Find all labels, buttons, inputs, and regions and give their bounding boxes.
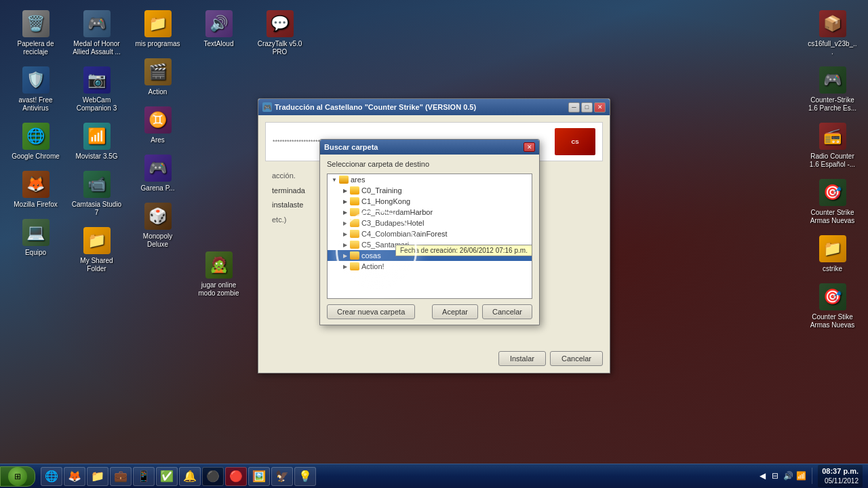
icon-crazytalk[interactable]: 💬 CrazyTalk v5.0 PRO xyxy=(251,7,309,60)
icon-firefox[interactable]: 🦊 Mozilla Firefox xyxy=(7,167,64,212)
textaloud-icon: 🔊 xyxy=(205,10,233,37)
ares-label: ares xyxy=(351,176,365,184)
new-folder-button[interactable]: Crear nueva carpeta xyxy=(327,304,415,319)
cancel-main-button[interactable]: Cancelar xyxy=(550,351,603,366)
icon-papelera[interactable]: 🗑️ Papelera de reciclaje xyxy=(7,7,64,60)
ares-icon: ♊ xyxy=(144,106,172,134)
browse-folder-dialog: Buscar carpeta ✕ Seleccionar carpeta de … xyxy=(319,139,540,325)
taskbar-app5[interactable]: ⚫ xyxy=(202,467,224,486)
cosas-label: cosas xyxy=(361,251,381,260)
close-button[interactable]: ✕ xyxy=(594,102,606,113)
tree-item-c1hongkong[interactable]: ▶ C1_HongKong xyxy=(328,196,532,207)
taskbar-app7[interactable]: 🖼️ xyxy=(248,467,270,486)
taskbar-explorer[interactable]: 📁 xyxy=(87,467,108,486)
tree-item-ares[interactable]: ▼ ares xyxy=(328,174,532,185)
network-icon[interactable]: 📶 xyxy=(795,470,806,481)
cs16parche-icon: 🎮 xyxy=(819,66,846,94)
dialog-instruction: Seleccionar carpeta de destino xyxy=(327,160,532,168)
tree-item-c2rotterdam[interactable]: ▶ C2_RotterdamHarbor xyxy=(328,207,532,218)
garena-icon: 🎮 xyxy=(144,155,172,182)
icon-counterstrikearmas[interactable]: 🎯 Counter Strike Armas Nuevas xyxy=(804,176,861,228)
camtasia-label: Camtasia Studio 7 xyxy=(71,201,122,217)
tree-item-c0training[interactable]: ▶ C0_Training xyxy=(328,185,532,196)
action-folder-icon xyxy=(350,262,359,270)
icon-misprogramas[interactable]: 📁 mis programas xyxy=(129,7,186,52)
icon-action[interactable]: 🎬 Action xyxy=(129,55,186,100)
firefox-label: Mozilla Firefox xyxy=(14,201,57,209)
icon-myshared[interactable]: 📁 My Shared Folder xyxy=(68,224,125,277)
taskbar-app4[interactable]: 🔔 xyxy=(179,467,201,486)
install-button[interactable]: Instalar xyxy=(498,351,546,366)
start-button[interactable]: ⊞ xyxy=(0,466,35,487)
maximize-button[interactable]: □ xyxy=(581,102,593,113)
taskbar-app6[interactable]: 🔴 xyxy=(225,467,247,486)
folder-tree[interactable]: ▼ ares ▶ C0_Training ▶ C1_HongKon xyxy=(327,174,532,299)
cancel-dialog-button[interactable]: Cancelar xyxy=(482,304,532,319)
taskbar-app1[interactable]: 💼 xyxy=(110,467,132,486)
taskbar-app2[interactable]: 📱 xyxy=(133,467,155,486)
icon-counterstrike16[interactable]: 🎮 Counter-Strike 1.6 Parche Es... xyxy=(804,63,861,116)
window-title: Traducción al Castellano "Counter Strike… xyxy=(275,103,476,111)
icon-ares[interactable]: ♊ Ares xyxy=(129,103,186,148)
icon-counterstrikearmas2[interactable]: 🎯 Counter Stike Armas Nuevas xyxy=(804,280,861,333)
minimize-button[interactable]: ─ xyxy=(568,102,580,113)
icon-avast[interactable]: 🛡️ avast! Free Antivirus xyxy=(7,63,64,116)
taskbar-app8[interactable]: 🦅 xyxy=(271,467,293,486)
dialog-titlebar[interactable]: Buscar carpeta ✕ xyxy=(320,140,539,155)
avast-icon: 🛡️ xyxy=(22,66,50,94)
taskbar: ⊞ 🌐 🦊 📁 💼 📱 ✅ 🔔 ⚫ 🔴 🖼️ 🦅 💡 ◀ ⊟ 🔊 📶 xyxy=(0,464,868,488)
camtasia-icon: 📹 xyxy=(83,171,111,198)
titlebar-left: 🎮 Traducción al Castellano "Counter Stri… xyxy=(262,102,476,112)
tree-item-c3budapest[interactable]: ▶ C3_BudapestHotel xyxy=(328,218,532,228)
dialog-buttons: Crear nueva carpeta Aceptar Cancelar xyxy=(327,304,532,319)
equipo-label: Equipo xyxy=(25,249,46,257)
icon-googlechrome[interactable]: 🌐 Google Chrome xyxy=(7,119,64,164)
clock-date: 05/11/2012 xyxy=(822,476,859,486)
dialog-right-buttons: Aceptar Cancelar xyxy=(432,304,532,319)
taskbar-right: ◀ ⊟ 🔊 📶 08:37 p.m. 05/11/2012 xyxy=(751,465,868,487)
hide-tray-button[interactable]: ◀ xyxy=(757,470,768,481)
taskbar-minimize-all[interactable]: ⊟ xyxy=(770,470,781,481)
monopoly-label: Monopoly Deluxe xyxy=(132,232,183,249)
icon-textaloud[interactable]: 🔊 TextAloud xyxy=(190,7,248,52)
taskbar-app3[interactable]: ✅ xyxy=(156,467,178,486)
cosas-folder-icon xyxy=(350,251,359,260)
csarmas-icon: 🎯 xyxy=(819,179,846,206)
tree-item-action[interactable]: ▶ Action! xyxy=(328,261,532,272)
c3-folder-icon xyxy=(350,219,359,227)
icon-garena[interactable]: 🎮 Garena P... xyxy=(129,151,186,196)
ares-label: Ares xyxy=(151,136,165,144)
icon-movistar[interactable]: 📶 Movistar 3.5G xyxy=(68,119,125,164)
icon-cs16full[interactable]: 📦 cs16full_v23b_... xyxy=(804,7,861,60)
icon-cstrike[interactable]: 📁 cstrike xyxy=(804,232,861,277)
c4-expand-arrow: ▶ xyxy=(341,230,349,238)
zombie-icon: 🧟 xyxy=(205,251,233,279)
movistar-icon: 📶 xyxy=(83,123,111,150)
firefox-icon: 🦊 xyxy=(22,171,50,198)
icon-monopoly[interactable]: 🎲 Monopoly Deluxe xyxy=(129,199,186,252)
dialog-close-button[interactable]: ✕ xyxy=(524,142,535,152)
webcam-icon: 📷 xyxy=(83,66,111,94)
papelera-icon: 🗑️ xyxy=(22,10,50,37)
main-window-content: **************************** CS acción. … xyxy=(258,115,610,373)
taskbar-app9[interactable]: 💡 xyxy=(294,467,316,486)
taskbar-firefox[interactable]: 🦊 xyxy=(64,467,85,486)
tree-item-c4colombian[interactable]: ▶ C4_ColombianRainForest xyxy=(328,228,532,239)
taskbar-chrome[interactable]: 🌐 xyxy=(41,467,62,486)
icon-radiocounter[interactable]: 📻 Radio Counter 1.6 Español -... xyxy=(804,119,861,172)
window-icon: 🎮 xyxy=(262,102,272,112)
radio-icon: 📻 xyxy=(819,123,846,150)
icon-equipo[interactable]: 💻 Equipo xyxy=(7,216,64,260)
icon-camtasia[interactable]: 📹 Camtasia Studio 7 xyxy=(68,167,125,220)
volume-icon[interactable]: 🔊 xyxy=(783,470,793,481)
icon-medal[interactable]: 🎮 Medal of Honor Allied Assault ... xyxy=(68,7,125,60)
accept-button[interactable]: Aceptar xyxy=(432,304,478,319)
icon-jugaronline[interactable]: 🧟 jugar online modo zombie xyxy=(190,248,248,301)
avast-label: avast! Free Antivirus xyxy=(10,96,61,113)
icon-webcam[interactable]: 📷 WebCam Companion 3 xyxy=(68,63,125,116)
main-window-titlebar[interactable]: 🎮 Traducción al Castellano "Counter Stri… xyxy=(258,99,610,115)
taskbar-apps: 🌐 🦊 📁 💼 📱 ✅ 🔔 ⚫ 🔴 🖼️ 🦅 💡 xyxy=(38,467,751,486)
cs16-icon: 📦 xyxy=(819,10,846,37)
c2-label: C2_RotterdamHarbor xyxy=(361,208,433,216)
taskbar-clock[interactable]: 08:37 p.m. 05/11/2012 xyxy=(818,465,863,487)
